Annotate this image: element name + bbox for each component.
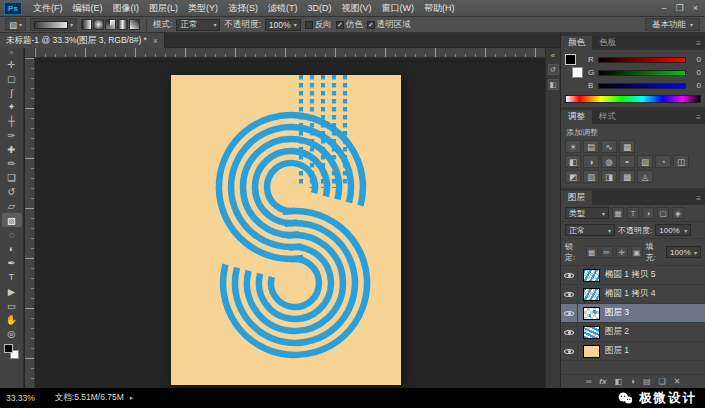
tab-close-icon[interactable]: ×: [153, 36, 158, 46]
filter-smart-objects-icon[interactable]: ◈: [672, 207, 684, 219]
menu-item-file[interactable]: 文件(F): [28, 2, 68, 15]
layer-row-selected[interactable]: 图层 3: [561, 304, 705, 323]
menu-item-image[interactable]: 图像(I): [108, 2, 145, 15]
history-brush-tool[interactable]: ↺: [2, 185, 22, 199]
filter-adjustment-layers-icon[interactable]: ◑: [642, 207, 654, 219]
visibility-eye-icon[interactable]: [561, 266, 578, 284]
dodge-tool[interactable]: ◐: [2, 241, 22, 255]
blue-slider[interactable]: [598, 83, 686, 89]
filter-type-layers-icon[interactable]: T: [627, 207, 639, 219]
foreground-color-swatch[interactable]: [565, 54, 576, 65]
eyedropper-tool[interactable]: ✑: [2, 128, 22, 142]
invert-adjustment-icon[interactable]: ◩: [565, 170, 581, 183]
filter-shape-layers-icon[interactable]: ▢: [657, 207, 669, 219]
crop-tool[interactable]: ┼: [2, 114, 22, 128]
expand-panels-icon[interactable]: «: [551, 51, 555, 60]
menu-item-3d[interactable]: 3D(D): [303, 3, 337, 13]
eraser-tool[interactable]: ▱: [2, 199, 22, 213]
vibrance-adjustment-icon[interactable]: ◧: [565, 155, 581, 168]
levels-adjustment-icon[interactable]: ▤: [583, 140, 599, 153]
layer-fill-select[interactable]: 100%▾: [666, 246, 701, 258]
tab-color[interactable]: 颜色: [561, 36, 592, 50]
menu-item-view[interactable]: 视图(V): [337, 2, 377, 15]
reverse-checkbox[interactable]: 反向: [305, 19, 332, 31]
shape-tool[interactable]: ▭: [2, 298, 22, 312]
filter-pixel-layers-icon[interactable]: ▦: [612, 207, 624, 219]
menu-item-window[interactable]: 窗口(W): [377, 2, 420, 15]
diamond-gradient-button[interactable]: [129, 19, 140, 30]
menu-item-filter[interactable]: 滤镜(T): [263, 2, 303, 15]
menu-item-help[interactable]: 帮助(H): [419, 2, 460, 15]
tab-swatches[interactable]: 色板: [592, 36, 623, 50]
document-tab[interactable]: 未标题-1 @ 33.3%(图层 3, RGB/8#) * ×: [0, 33, 165, 48]
menu-item-type[interactable]: 类型(Y): [183, 2, 223, 15]
layer-thumbnail[interactable]: [583, 326, 600, 339]
radial-gradient-button[interactable]: [93, 19, 104, 30]
red-value[interactable]: 0: [689, 55, 701, 64]
zoom-tool[interactable]: ◎: [2, 327, 22, 341]
lock-transparency-icon[interactable]: ▦: [586, 246, 598, 258]
tab-adjustments[interactable]: 调整: [561, 110, 592, 124]
blur-tool[interactable]: ◌: [2, 227, 22, 241]
green-slider[interactable]: [598, 70, 686, 76]
layer-filter-select[interactable]: 类型▾: [565, 207, 609, 219]
new-group-icon[interactable]: ▤: [643, 377, 651, 386]
new-layer-icon[interactable]: ❏: [658, 377, 665, 386]
menu-item-layer[interactable]: 图层(L): [144, 2, 183, 15]
foreground-color-swatch[interactable]: [4, 344, 13, 353]
layer-opacity-select[interactable]: 100%▾: [655, 224, 691, 236]
panel-menu-icon[interactable]: ≡: [692, 110, 705, 124]
pen-tool[interactable]: ✒: [2, 256, 22, 270]
layer-row[interactable]: 椭圆 1 拷贝 4: [561, 285, 705, 304]
zoom-level[interactable]: 33.33%: [6, 393, 35, 403]
add-mask-icon[interactable]: ◧: [614, 377, 622, 386]
layer-thumbnail[interactable]: [583, 269, 600, 282]
color-panel-swatches[interactable]: [565, 54, 583, 78]
foreground-background-swatches[interactable]: [4, 344, 19, 359]
lock-all-icon[interactable]: ▣: [631, 246, 643, 258]
canvas-area[interactable]: [25, 48, 545, 388]
color-balance-adjustment-icon[interactable]: ◍: [601, 155, 617, 168]
channel-mixer-adjustment-icon[interactable]: ◔: [655, 155, 671, 168]
dither-checkbox[interactable]: ✓仿色: [336, 19, 363, 31]
toolbar-collapse-icon[interactable]: »: [10, 49, 14, 57]
exposure-adjustment-icon[interactable]: ▦: [619, 140, 635, 153]
color-spectrum-ramp[interactable]: [565, 95, 701, 103]
tab-layers[interactable]: 图层: [561, 191, 592, 205]
gradient-map-adjustment-icon[interactable]: ▩: [619, 170, 635, 183]
panel-menu-icon[interactable]: ≡: [692, 191, 705, 205]
properties-panel-icon[interactable]: ◧: [548, 79, 559, 90]
linear-gradient-button[interactable]: [81, 19, 92, 30]
path-select-tool[interactable]: ▶: [2, 284, 22, 298]
green-value[interactable]: 0: [689, 68, 701, 77]
delete-layer-icon[interactable]: ✕: [674, 377, 681, 386]
visibility-eye-icon[interactable]: [561, 285, 578, 303]
opacity-select[interactable]: 100%▾: [265, 19, 301, 31]
marquee-tool[interactable]: ▢: [2, 71, 22, 85]
brightness-contrast-adjustment-icon[interactable]: ☀: [565, 140, 581, 153]
quick-select-tool[interactable]: ✦: [2, 100, 22, 114]
visibility-eye-icon[interactable]: [561, 304, 578, 322]
layer-row[interactable]: 图层 1: [561, 342, 705, 361]
color-lookup-adjustment-icon[interactable]: ◫: [673, 155, 689, 168]
gradient-tool[interactable]: ▧: [2, 213, 22, 227]
tool-preset-picker[interactable]: ▧ ▾: [5, 18, 26, 31]
menu-item-edit[interactable]: 编辑(E): [68, 2, 108, 15]
layer-thumbnail[interactable]: [583, 345, 600, 358]
hue-saturation-adjustment-icon[interactable]: ◑: [583, 155, 599, 168]
reflected-gradient-button[interactable]: [117, 19, 128, 30]
photo-filter-adjustment-icon[interactable]: ▨: [637, 155, 653, 168]
background-color-swatch[interactable]: [572, 67, 583, 78]
artboard[interactable]: [171, 75, 401, 385]
black-white-adjustment-icon[interactable]: ◓: [619, 155, 635, 168]
lasso-tool[interactable]: ʃ: [2, 85, 22, 99]
transparency-checkbox[interactable]: ✓透明区域: [367, 19, 411, 31]
layer-style-icon[interactable]: fx: [599, 377, 606, 386]
status-menu-icon[interactable]: ▸: [130, 394, 134, 402]
layer-row[interactable]: 椭圆 1 拷贝 5: [561, 266, 705, 285]
lock-position-icon[interactable]: ✛: [616, 246, 628, 258]
maximize-button[interactable]: ❐: [676, 3, 684, 13]
layer-blend-mode-select[interactable]: 正常▾: [565, 224, 615, 236]
layer-thumbnail[interactable]: [583, 288, 600, 301]
history-panel-icon[interactable]: ↺: [548, 64, 559, 75]
